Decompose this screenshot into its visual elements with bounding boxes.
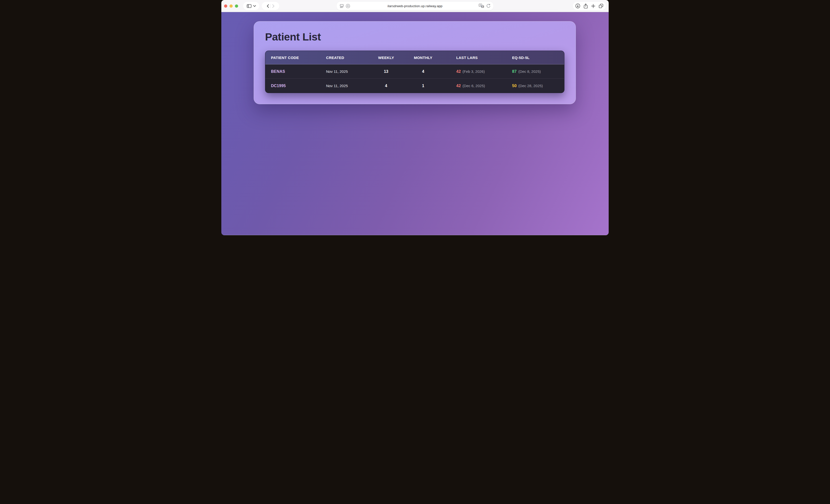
translate-icon[interactable]: A 文 xyxy=(479,4,484,8)
eq5d-value: 87 xyxy=(512,69,516,73)
eq5d-cell: 87(Dec 8, 2025) xyxy=(499,69,564,74)
eq5d-cell: 50(Dec 28, 2025) xyxy=(499,83,564,88)
minimize-window-button[interactable] xyxy=(229,4,233,8)
last-lars-cell: 42(Feb 3, 2026) xyxy=(443,69,499,74)
eq5d-value: 50 xyxy=(512,83,516,88)
url-text[interactable]: ilarsdrweb-production.up.railway.app xyxy=(337,4,493,8)
forward-icon[interactable] xyxy=(272,4,275,8)
last-lars-date: (Dec 6, 2025) xyxy=(462,84,485,88)
column-header-last-lars: LAST LARS xyxy=(443,56,499,60)
table-row: DC1995 Nov 11, 2025 4 1 42(Dec 6, 2025) … xyxy=(265,78,564,93)
browser-toolbar: ilarsdrweb-production.up.railway.app A 文 xyxy=(221,0,609,12)
svg-text:A: A xyxy=(480,4,481,6)
table-row: BENAS Nov 11, 2025 13 4 42(Feb 3, 2026) … xyxy=(265,64,564,78)
column-header-created: CREATED xyxy=(320,56,369,60)
column-header-eq5d5l: EQ-5D-5L xyxy=(499,56,564,60)
chevron-down-icon[interactable] xyxy=(253,5,256,7)
browser-window: ilarsdrweb-production.up.railway.app A 文 xyxy=(221,0,609,235)
last-lars-cell: 42(Dec 6, 2025) xyxy=(443,83,499,88)
page-format-icon[interactable] xyxy=(340,4,344,8)
svg-text:文: 文 xyxy=(481,5,484,8)
patient-table: PATIENT CODE CREATED WEEKLY MONTHLY LAST… xyxy=(265,51,565,93)
nav-button-group xyxy=(262,2,279,10)
address-bar-right-icons: A 文 xyxy=(479,4,490,8)
eq5d-date: (Dec 28, 2025) xyxy=(518,84,543,88)
table-header-row: PATIENT CODE CREATED WEEKLY MONTHLY LAST… xyxy=(265,51,564,64)
eq5d-date: (Dec 8, 2025) xyxy=(518,69,541,73)
page-title: Patient List xyxy=(265,31,576,42)
sidebar-icon[interactable] xyxy=(247,4,252,8)
patient-code-link[interactable]: BENAS xyxy=(271,69,285,73)
toolbar-actions-group xyxy=(573,2,606,10)
created-cell: Nov 11, 2025 xyxy=(320,69,369,73)
new-tab-icon[interactable] xyxy=(591,4,595,8)
monthly-cell: 4 xyxy=(404,69,443,74)
address-bar[interactable]: ilarsdrweb-production.up.railway.app A 文 xyxy=(337,2,493,10)
close-window-button[interactable] xyxy=(224,4,227,8)
patient-list-card: Patient List PATIENT CODE CREATED WEEKLY… xyxy=(254,21,576,104)
last-lars-value: 42 xyxy=(456,69,461,73)
column-header-monthly: MONTHLY xyxy=(404,56,443,60)
last-lars-value: 42 xyxy=(456,83,461,88)
created-cell: Nov 11, 2025 xyxy=(320,84,369,88)
nav-divider xyxy=(270,4,271,8)
monthly-cell: 1 xyxy=(404,84,443,88)
web-page: Patient List PATIENT CODE CREATED WEEKLY… xyxy=(221,12,609,235)
zoom-window-button[interactable] xyxy=(235,4,238,8)
column-header-weekly: WEEKLY xyxy=(369,56,404,60)
share-icon[interactable] xyxy=(583,3,588,9)
last-lars-date: (Feb 3, 2026) xyxy=(462,69,485,73)
window-controls xyxy=(224,4,238,8)
circle-plus-icon[interactable] xyxy=(346,4,350,8)
column-header-patient-code: PATIENT CODE xyxy=(265,56,320,60)
address-bar-left-icons xyxy=(340,4,350,8)
weekly-cell: 4 xyxy=(369,84,404,88)
tab-overview-icon[interactable] xyxy=(599,3,604,8)
downloads-icon[interactable] xyxy=(575,3,580,8)
back-icon[interactable] xyxy=(267,4,269,8)
reload-icon[interactable] xyxy=(486,4,490,8)
sidebar-button-group xyxy=(243,2,259,10)
patient-code-link[interactable]: DC1995 xyxy=(271,84,286,88)
weekly-cell: 13 xyxy=(369,69,404,74)
